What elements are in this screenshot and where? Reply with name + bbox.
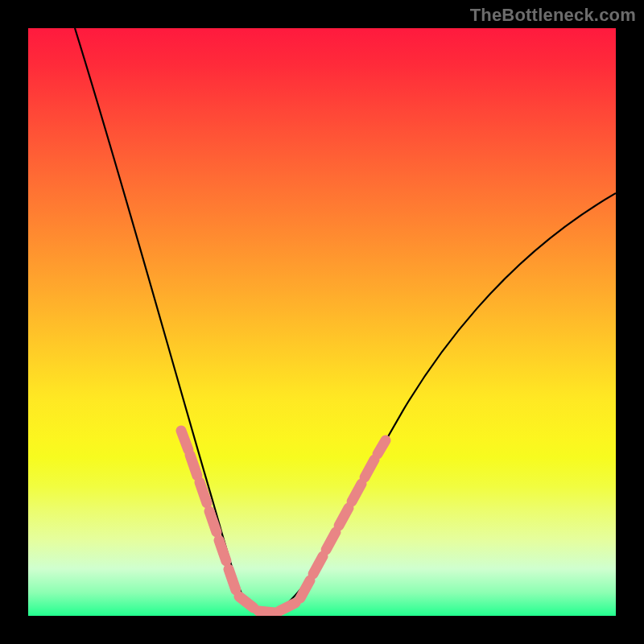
svg-line-7 (258, 611, 275, 613)
watermark-label: TheBottleneck.com (470, 5, 636, 26)
svg-line-0 (181, 431, 188, 450)
svg-line-5 (229, 569, 236, 590)
svg-line-3 (209, 511, 217, 532)
svg-line-1 (190, 455, 197, 476)
marker-group-trough (239, 597, 295, 613)
svg-line-2 (200, 482, 207, 503)
plot-area (28, 28, 616, 616)
svg-line-11 (326, 532, 336, 550)
bottleneck-curve (75, 28, 616, 615)
svg-line-6 (239, 597, 254, 608)
svg-line-14 (365, 460, 374, 477)
chart-frame: TheBottleneck.com (0, 0, 644, 644)
svg-line-12 (339, 508, 349, 526)
marker-group-left (181, 431, 236, 590)
svg-line-8 (279, 603, 295, 611)
curve-layer (28, 28, 616, 616)
svg-line-10 (313, 556, 323, 574)
svg-line-9 (300, 580, 310, 598)
svg-line-4 (219, 540, 226, 561)
svg-line-15 (378, 440, 386, 454)
svg-line-13 (352, 484, 361, 502)
marker-group-right (300, 440, 386, 598)
